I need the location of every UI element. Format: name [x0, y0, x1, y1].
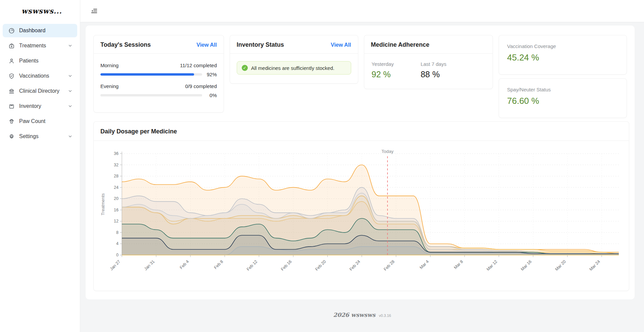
svg-text:4: 4 [116, 241, 119, 246]
svg-text:Feb 24: Feb 24 [349, 259, 361, 272]
chevron-down-icon [68, 134, 73, 139]
sidebar-item-label: Inventory [19, 103, 68, 109]
svg-text:8: 8 [116, 230, 119, 235]
content-panel: Today's Sessions View All Morning 11/12 … [86, 26, 635, 299]
svg-text:Mar 20: Mar 20 [554, 259, 567, 272]
chevron-down-icon [68, 43, 73, 48]
sidebar-collapse-icon[interactable] [88, 5, 100, 17]
box-icon [8, 103, 15, 110]
svg-text:Treatments: Treatments [100, 193, 105, 215]
sidebar-item-label: Settings [19, 133, 68, 139]
kpi-label: Spay/Neuter Status [507, 87, 618, 92]
adherence-stat: Yesterday 92 % [372, 61, 394, 79]
morning-progress-bar [100, 73, 202, 76]
svg-text:Mar 24: Mar 24 [589, 259, 601, 272]
svg-text:28: 28 [114, 174, 119, 178]
svg-text:Today: Today [381, 149, 394, 154]
morning-progress-fill [100, 73, 194, 76]
svg-text:Feb 4: Feb 4 [179, 259, 190, 270]
session-completed-label: 0/9 completed [185, 83, 217, 89]
sidebar-item-label: Paw Count [19, 118, 73, 124]
inventory-ok-alert: ✓ All medicines are sufficiently stocked… [237, 61, 351, 75]
summary-cards-row: Today's Sessions View All Morning 11/12 … [93, 35, 627, 118]
svg-text:Mar 4: Mar 4 [419, 259, 430, 270]
medical-bag-icon [8, 42, 15, 49]
app-logo[interactable]: wswsws... [0, 0, 80, 22]
stat-label: Yesterday [372, 61, 394, 67]
inventory-view-all-link[interactable]: View All [331, 42, 351, 48]
svg-text:Mar 12: Mar 12 [486, 259, 498, 272]
kpi-label: Vaccination Coverage [507, 43, 618, 49]
svg-text:Mar 16: Mar 16 [520, 259, 533, 272]
daily-dosage-area-chart[interactable]: 04812162024283236TreatmentsJan 27Jan 31F… [94, 141, 629, 291]
svg-text:Feb 16: Feb 16 [280, 259, 292, 272]
page-footer: 2026 wswsws v0.3.16 [80, 312, 644, 318]
check-circle-icon: ✓ [242, 65, 248, 71]
svg-text:Jan 27: Jan 27 [109, 259, 121, 271]
svg-text:36: 36 [114, 151, 119, 156]
sidebar-item-treatments[interactable]: Treatments [3, 39, 77, 52]
session-period-label: Morning [100, 63, 119, 68]
sidebar-item-patients[interactable]: Patients [3, 54, 77, 68]
sidebar-item-paw-count[interactable]: Paw Count [3, 115, 77, 128]
chart-title: Daily Dosage per Medicine [100, 128, 177, 135]
medicine-adherence-card: Medicine Adherence Yesterday 92 % Last 7… [364, 35, 493, 89]
svg-text:Feb 28: Feb 28 [383, 259, 395, 272]
svg-text:24: 24 [114, 185, 119, 190]
sidebar-item-vaccinations[interactable]: Vaccinations [3, 69, 77, 83]
sidebar-item-label: Clinical Directory [19, 88, 68, 94]
svg-text:Feb 20: Feb 20 [314, 259, 327, 272]
svg-text:Feb 8: Feb 8 [213, 259, 224, 270]
sidebar-item-label: Dashboard [19, 28, 73, 34]
sidebar-item-label: Patients [19, 58, 73, 64]
kpi-column: Vaccination Coverage 45.24 % Spay/Neuter… [499, 35, 627, 118]
sidebar-item-clinical-directory[interactable]: Clinical Directory [3, 84, 77, 98]
footer-version: v0.3.16 [379, 314, 391, 318]
sidebar-item-settings[interactable]: Settings [3, 130, 77, 143]
gear-icon [8, 133, 15, 140]
shield-check-icon [8, 73, 15, 79]
footer-brand: 2026 wswsws [333, 312, 375, 318]
session-row: Morning 11/12 completed [100, 63, 217, 68]
inventory-alert-text: All medicines are sufficiently stocked. [251, 65, 334, 71]
card-title: Today's Sessions [100, 41, 151, 48]
stat-value: 88 % [421, 70, 447, 79]
bank-icon [8, 88, 15, 94]
session-row: Evening 0/9 completed [100, 83, 217, 89]
sessions-view-all-link[interactable]: View All [196, 42, 217, 48]
sidebar-item-label: Vaccinations [19, 73, 68, 79]
daily-dosage-chart-card: Daily Dosage per Medicine 04812162024283… [93, 121, 629, 291]
paw-icon [8, 118, 15, 125]
svg-text:16: 16 [114, 208, 119, 212]
logo-text: wswsws... [21, 7, 62, 15]
stat-label: Last 7 days [421, 61, 447, 67]
vaccination-coverage-card: Vaccination Coverage 45.24 % [499, 35, 627, 75]
sidebar: wswsws... Dashboard Treatments [0, 0, 80, 332]
evening-progress-percent: 0% [202, 92, 217, 98]
person-icon [8, 57, 15, 64]
svg-text:20: 20 [114, 196, 119, 201]
sidebar-item-label: Treatments [19, 43, 68, 49]
session-completed-label: 11/12 completed [180, 63, 217, 68]
svg-text:Feb 12: Feb 12 [246, 259, 258, 272]
kpi-value: 45.24 % [507, 52, 618, 63]
sidebar-nav: Dashboard Treatments Patients [0, 22, 80, 143]
session-period-label: Evening [100, 83, 119, 89]
spay-neuter-status-card: Spay/Neuter Status 76.60 % [499, 78, 627, 118]
card-title: Inventory Status [237, 41, 284, 48]
top-header [80, 0, 644, 22]
svg-text:Mar 8: Mar 8 [453, 259, 464, 270]
sidebar-item-dashboard[interactable]: Dashboard [3, 24, 77, 37]
chevron-down-icon [68, 89, 73, 93]
svg-text:32: 32 [114, 163, 119, 167]
svg-text:12: 12 [114, 219, 119, 223]
todays-sessions-card: Today's Sessions View All Morning 11/12 … [93, 35, 224, 113]
inventory-status-card: Inventory Status View All ✓ All medicine… [230, 35, 358, 84]
svg-text:Jan 31: Jan 31 [143, 259, 155, 271]
card-title: Medicine Adherence [371, 41, 429, 48]
stat-value: 92 % [372, 70, 394, 79]
sidebar-item-inventory[interactable]: Inventory [3, 99, 77, 113]
svg-text:0: 0 [116, 253, 119, 257]
main-content: Today's Sessions View All Morning 11/12 … [80, 22, 644, 332]
adherence-stat: Last 7 days 88 % [421, 61, 447, 79]
